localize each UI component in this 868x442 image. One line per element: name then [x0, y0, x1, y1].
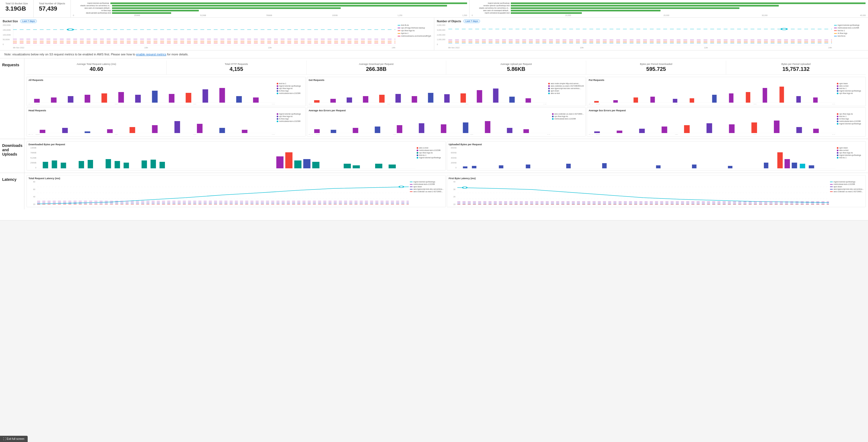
note-prefix: Note: visualizations below rely on S3 re…	[4, 53, 135, 56]
svg-rect-60	[40, 130, 45, 133]
svg-rect-23	[152, 91, 158, 102]
all-requests-axis: 8th Nov 2022 10th 12th 14th	[29, 104, 276, 104]
bucket-filter-row: Bucket Size Last 7 days	[3, 19, 431, 23]
bucket-size-line-panel: Bucket Size Last 7 days 200,000K 150,000…	[0, 18, 434, 50]
metric-label-4: Bytes per Period Downloaded	[590, 63, 721, 65]
downloads-label: Downloadsand Uploads	[2, 143, 23, 156]
metric-card-3: Average Upload per Request 5.86KB	[446, 61, 586, 75]
download-bytes-svg	[38, 147, 415, 169]
bucket-size-label: Total S3 Bucket Size	[5, 2, 28, 5]
svg-rect-52	[712, 95, 717, 102]
svg-rect-66	[175, 121, 180, 133]
svg-rect-22	[135, 95, 141, 102]
metric-value-1: 4,155	[171, 66, 302, 72]
svg-rect-122	[656, 165, 661, 168]
latency-section: Latency Total Request Latency (ms) 80 60…	[0, 173, 868, 220]
svg-rect-102	[124, 163, 129, 168]
total-latency-body: 80 60 40 20	[29, 181, 444, 205]
4xx-errors-body: 8th Nov 2022 10th 12th 14th aws-codestar…	[309, 113, 584, 135]
requests-section: Requests Average Total Request Latency (…	[0, 58, 868, 139]
total-latency-y-axis: 80 60 40 20	[29, 181, 36, 205]
metric-label-5: Bytes per Period Uploaded	[731, 63, 862, 65]
svg-rect-56	[780, 87, 784, 102]
svg-rect-41	[476, 90, 482, 102]
svg-rect-92	[796, 127, 802, 133]
svg-rect-84	[617, 130, 622, 133]
svg-rect-46	[594, 101, 599, 102]
svg-point-139	[399, 186, 403, 187]
get-requests-plot: 7/4/k 10th 12th 14th	[309, 83, 547, 104]
svg-rect-72	[331, 130, 336, 133]
first-byte-legend: ingest-tutorial-vpcflowlogs metricsbeat-…	[830, 181, 864, 205]
head-requests-axis: 8th Nov 2022 10th 12th 14th	[29, 134, 276, 135]
metric-label-1: Total HTTP Requests	[171, 63, 302, 65]
top-bar-chart-right: ingest-tutorial-vpcflowlogs vendor-ghers…	[469, 0, 868, 18]
upload-bytes-plot: 8th Nov 2022 10th 12th 14th	[458, 147, 836, 169]
5xx-errors-plot: 8th Nov 2022 10th 12th 14th	[589, 113, 836, 135]
line-charts-section: Bucket Size Last 7 days 200,000K 150,000…	[0, 18, 868, 51]
bucket-line-svg	[13, 24, 396, 45]
5xx-errors-title: Average 5xx Errors per Request	[589, 109, 864, 112]
svg-rect-116	[463, 167, 468, 168]
first-byte-latency-body: 40 30 20 10	[448, 181, 864, 205]
5xx-errors-svg	[589, 113, 836, 133]
svg-rect-81	[523, 129, 529, 133]
downloads-chart-grid: Downloaded Bytes per Request 130MB 768MB…	[27, 141, 866, 171]
object-count-stat: Total Number of Objects 57,439	[34, 0, 71, 18]
metric-value-3: 5.86KB	[451, 66, 582, 72]
bucket-line-plot: 200,000K 150,000K 100,000K 50,000K 0	[3, 24, 396, 49]
svg-rect-55	[763, 88, 767, 102]
latency-label: Latency	[2, 177, 17, 182]
objects-line-svg	[448, 24, 832, 45]
objects-line-chart-body: 4,000,000 3,000,000 2,000,000 1,000,000 …	[437, 24, 866, 49]
svg-point-10	[781, 28, 787, 30]
legend-0: test-fb-ks	[398, 24, 431, 26]
all-requests-body: 8th Nov 2022 10th 12th 14th test-ks-1 in…	[29, 83, 304, 104]
get-requests-body: 7/4/k 10th 12th 14th aws-node-simple-htt…	[309, 83, 584, 104]
download-y-axis: 130MB 768MB 512MB 256MB 0	[29, 147, 37, 169]
bucket-time-badge[interactable]: Last 7 days	[20, 19, 37, 23]
requests-chart-row-2: Head Requests	[27, 107, 866, 137]
svg-rect-130	[809, 165, 814, 168]
top-chart-right-axis: 0 10,000 20,000 30,000 40,000	[472, 14, 866, 16]
top-bar-chart-left: ingest-tutorial-vpcflowlogs elastic-serv…	[71, 0, 469, 18]
svg-rect-61	[62, 128, 68, 133]
svg-rect-103	[142, 160, 147, 168]
head-requests-title: Head Requests	[29, 109, 304, 112]
svg-rect-75	[397, 125, 402, 133]
bar-row-2: aws-sam-cli-managed-default...	[73, 7, 467, 9]
svg-rect-39	[444, 94, 450, 102]
enable-metrics-link[interactable]: enable request metrics	[136, 53, 166, 56]
objects-filter-label: Number of Objects	[437, 20, 461, 23]
upload-bytes-chart: Uploaded Bytes per Request 840KB 600KB 4…	[447, 141, 866, 171]
bar-row-r3: aws-sam-cli-managed-default...	[472, 9, 866, 11]
obj-legend-0: ingest-tutorial-vpcflowlogs	[834, 24, 865, 26]
top-summary-row: Total S3 Bucket Size 3.19GB Total Number…	[0, 0, 868, 18]
metric-card-2: Average Download per Request 266.38B	[307, 61, 446, 75]
svg-rect-114	[389, 165, 396, 168]
obj-legend-1: metricsbeat-test-c13159ft	[834, 27, 865, 29]
bucket-size-value: 3.19GB	[5, 5, 28, 12]
svg-point-3	[67, 29, 73, 30]
first-byte-y-axis: 40 30 20 10	[448, 181, 456, 205]
svg-rect-47	[613, 100, 618, 102]
svg-point-148	[463, 187, 467, 188]
all-requests-title: All Requests	[29, 79, 304, 82]
objects-line-legend: ingest-tutorial-vpcflowlogs metricsbeat-…	[834, 24, 865, 49]
svg-rect-42	[493, 89, 498, 102]
head-requests-body: 8th Nov 2022 10th 12th 14th ingest-tutor…	[29, 113, 304, 135]
svg-rect-90	[752, 122, 757, 133]
latency-content: Total Request Latency (ms) 80 60 40 20	[24, 173, 868, 209]
metric-card-0: Average Total Request Latency (ms) 40.60	[27, 61, 166, 75]
top-chart-left-axis: 0 250MB 512MB 768MB 1000B 1,250 1,500	[73, 14, 467, 16]
metric-label-3: Average Upload per Request	[451, 63, 582, 65]
svg-rect-98	[79, 161, 84, 168]
svg-rect-109	[303, 159, 310, 168]
metric-value-2: 266.38B	[311, 66, 442, 72]
metric-card-4: Bytes per Period Downloaded 595.725	[586, 61, 726, 75]
svg-rect-111	[344, 164, 351, 168]
objects-time-badge[interactable]: Last 7 days	[463, 19, 480, 23]
objects-line-panel: Number of Objects Last 7 days 4,000,000 …	[434, 18, 868, 50]
svg-rect-18	[68, 96, 73, 102]
svg-rect-83	[594, 131, 600, 133]
